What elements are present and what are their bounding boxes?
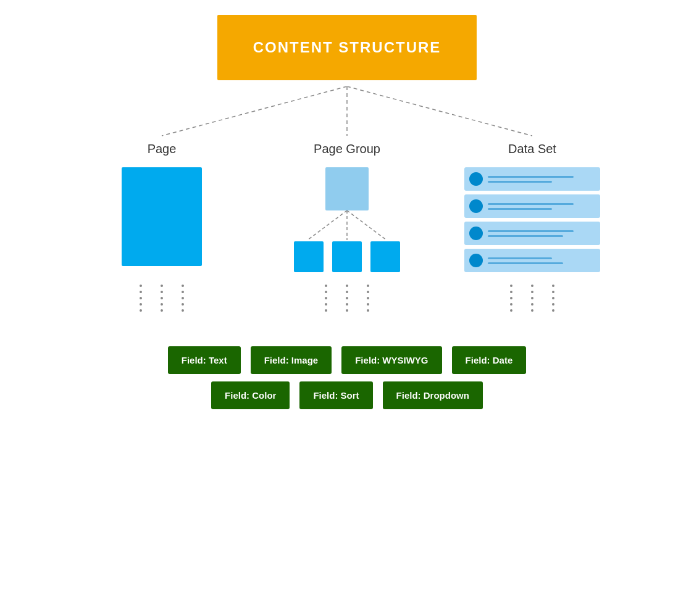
dot	[140, 309, 142, 312]
dataset-dots	[440, 285, 625, 334]
ds-line	[488, 208, 552, 210]
dot	[140, 285, 142, 287]
ds-lines-3	[488, 230, 595, 237]
ds-line	[488, 176, 574, 178]
field-wysiwyg-button[interactable]: Field: WYSIWYG	[341, 346, 441, 374]
dot	[552, 303, 554, 306]
dot	[531, 297, 533, 299]
dot	[346, 297, 348, 299]
dot-line	[325, 285, 327, 334]
pagegroup-dots	[254, 285, 440, 334]
dot	[161, 297, 163, 299]
dot	[346, 291, 348, 293]
dot	[552, 291, 554, 293]
page-container: CONTENT STRUCTURE Page Page Group	[0, 0, 694, 616]
dot	[552, 297, 554, 299]
page-column: Page	[69, 142, 254, 272]
dot	[346, 285, 348, 287]
dot-line	[346, 285, 348, 334]
dot	[552, 309, 554, 312]
dot	[325, 297, 327, 299]
ds-row-1	[464, 167, 600, 191]
dot	[367, 303, 369, 306]
dot	[346, 309, 348, 312]
fields-row-2: Field: Color Field: Sort Field: Dropdown	[211, 381, 483, 409]
page-group-column: Page Group	[254, 142, 440, 272]
dot	[182, 285, 184, 287]
ds-circle-1	[469, 172, 483, 186]
pg-top-rect	[325, 167, 369, 210]
dot	[325, 291, 327, 293]
dot	[531, 285, 533, 287]
svg-line-5	[347, 210, 387, 240]
dot	[346, 303, 348, 306]
dot	[182, 291, 184, 293]
title-banner: CONTENT STRUCTURE	[217, 15, 477, 80]
fields-area: Field: Text Field: Image Field: WYSIWYG …	[168, 346, 526, 409]
ds-circle-2	[469, 199, 483, 213]
page-column-title: Page	[148, 142, 177, 156]
ds-line	[488, 230, 574, 232]
pg-bottom-rects	[294, 241, 400, 272]
dot	[531, 291, 533, 293]
dataset-column: Data Set	[440, 142, 625, 272]
dot	[367, 309, 369, 312]
ds-line	[488, 262, 563, 264]
dot	[510, 285, 512, 287]
dot	[552, 285, 554, 287]
ds-row-4	[464, 249, 600, 272]
dot	[140, 303, 142, 306]
ds-line	[488, 257, 552, 259]
ds-lines-2	[488, 203, 595, 210]
ds-circle-3	[469, 227, 483, 240]
columns-area: Page Page Group	[69, 142, 625, 272]
ds-row-3	[464, 222, 600, 245]
dot-line	[531, 285, 533, 334]
dot	[161, 303, 163, 306]
field-text-button[interactable]: Field: Text	[168, 346, 241, 374]
page-visual	[122, 167, 202, 266]
page-dots	[69, 285, 254, 334]
field-sort-button[interactable]: Field: Sort	[299, 381, 372, 409]
page-title: CONTENT STRUCTURE	[253, 39, 441, 56]
dot	[510, 291, 512, 293]
dot	[510, 303, 512, 306]
ds-circle-4	[469, 254, 483, 267]
field-dropdown-button[interactable]: Field: Dropdown	[383, 381, 483, 409]
branches-svg	[69, 86, 625, 142]
field-color-button[interactable]: Field: Color	[211, 381, 290, 409]
pg-connector-svg	[291, 210, 403, 241]
ds-row-2	[464, 194, 600, 218]
ds-line	[488, 203, 574, 205]
dot	[325, 303, 327, 306]
dot	[531, 303, 533, 306]
branches-svg-area	[69, 86, 625, 142]
field-image-button[interactable]: Field: Image	[251, 346, 332, 374]
dot	[140, 291, 142, 293]
dot	[182, 297, 184, 299]
dot	[325, 285, 327, 287]
fields-row-1: Field: Text Field: Image Field: WYSIWYG …	[168, 346, 526, 374]
dot	[531, 309, 533, 312]
svg-line-2	[347, 86, 532, 136]
dot	[140, 297, 142, 299]
dot	[510, 297, 512, 299]
dot	[161, 285, 163, 287]
dot	[367, 285, 369, 287]
ds-lines-1	[488, 176, 595, 183]
ds-line	[488, 235, 563, 237]
ds-line	[488, 181, 552, 183]
field-date-button[interactable]: Field: Date	[452, 346, 527, 374]
dot	[510, 309, 512, 312]
dots-row	[69, 285, 625, 334]
dot	[325, 309, 327, 312]
dot-line	[182, 285, 184, 334]
pg-small-rect-3	[370, 241, 400, 272]
dot	[367, 297, 369, 299]
dot	[161, 291, 163, 293]
svg-line-3	[307, 210, 347, 240]
pg-small-rect-2	[332, 241, 362, 272]
pg-small-rect-1	[294, 241, 324, 272]
dot	[182, 303, 184, 306]
dot-line	[161, 285, 163, 334]
